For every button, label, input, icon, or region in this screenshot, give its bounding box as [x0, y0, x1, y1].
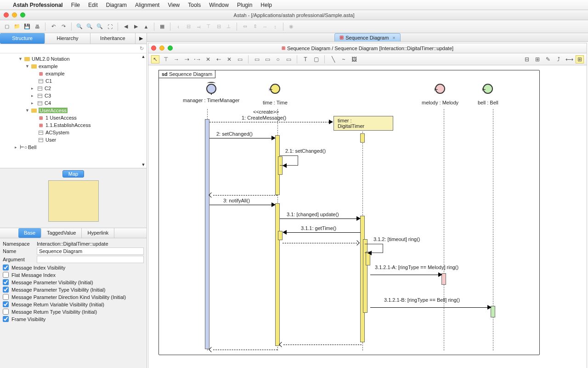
editor-min-icon[interactable] [159, 46, 164, 51]
lifeline-time[interactable]: ⊢ time : Time [263, 84, 288, 105]
chk-flat-index[interactable] [3, 272, 9, 278]
tree-node-c1[interactable]: C1 [0, 77, 147, 85]
lifeline-melody[interactable]: ⊢ melody : Melody [422, 84, 458, 105]
tree-node-useraccess[interactable]: ▼UserAccess [0, 107, 147, 114]
msg-return-31[interactable] [280, 340, 362, 346]
zoom-reset-icon[interactable]: 🔍 [85, 23, 94, 31]
menu-tools[interactable]: Tools [188, 2, 201, 8]
close-window-icon[interactable] [4, 12, 9, 17]
tree-node-acsystem[interactable]: ACSystem [0, 129, 147, 136]
chk-param-dir[interactable] [3, 294, 9, 300]
argument-field[interactable] [37, 256, 144, 263]
connector-icon[interactable]: ~ [339, 55, 348, 63]
msg-return-2[interactable] [209, 190, 278, 197]
align-tool2-icon[interactable]: ⊞ [533, 55, 542, 63]
back-icon[interactable]: ◀ [122, 23, 130, 31]
fragment-icon[interactable]: ▭ [236, 55, 244, 63]
menu-plugin[interactable]: Plugin [237, 2, 252, 8]
msg-gettime-return[interactable] [283, 238, 363, 245]
editor-close-icon[interactable] [151, 46, 156, 51]
redo-icon[interactable]: ↷ [59, 23, 68, 31]
tree-node-bell[interactable]: ▸⊢○Bell [0, 144, 147, 151]
props-tab-tagged[interactable]: TaggedValue [41, 228, 82, 238]
zoom-fit-icon[interactable]: ⛶ [106, 23, 114, 31]
timer-object[interactable]: timer : DigitalTimer [334, 116, 393, 131]
zoom-window-icon[interactable] [20, 12, 25, 17]
msg-setchanged[interactable]: 2: setChanged() [209, 133, 278, 140]
tree-node-c2[interactable]: ▸C2 [0, 85, 147, 92]
tree-node-ua2[interactable]: ⊞1.1.EstablishAccess [0, 121, 147, 129]
open-file-icon[interactable]: 📁 [13, 23, 21, 31]
chk-param-vis[interactable] [3, 279, 9, 285]
menu-edit[interactable]: Edit [88, 2, 98, 8]
chk-return-type[interactable] [3, 309, 9, 315]
msg-ring-bell[interactable]: 3.1.2.1-B: [ringType == Bell] ring() [370, 303, 492, 309]
props-tab-base[interactable]: Base [18, 228, 41, 238]
up-icon[interactable]: ▲ [142, 23, 150, 31]
chk-frame-vis[interactable] [3, 316, 9, 322]
map-preview[interactable] [48, 180, 99, 222]
create-msg-icon[interactable]: ⋅→ [193, 55, 202, 63]
msg-update[interactable]: 3.1: [changed] update() [280, 214, 362, 220]
zoom-out-icon[interactable]: 🔍 [96, 23, 104, 31]
zoom-in-icon[interactable]: 🔍 [75, 23, 84, 31]
stop-icon[interactable]: ✕ [225, 55, 233, 63]
new-file-icon[interactable]: ▢ [3, 23, 11, 31]
note2-icon[interactable]: ▭ [263, 55, 271, 63]
destroy-msg-icon[interactable]: ✕ [204, 55, 212, 63]
menu-alignment[interactable]: Alignment [135, 2, 159, 8]
name-field[interactable]: Sequence Diagram [37, 247, 144, 255]
forward-icon[interactable]: ▶ [132, 23, 140, 31]
menu-file[interactable]: File [71, 2, 80, 8]
image-icon[interactable]: 🖼 [350, 55, 358, 63]
oval-icon[interactable]: ○ [274, 55, 282, 63]
ruler-icon[interactable]: ⊞ [576, 55, 584, 63]
note-icon[interactable]: ▭ [253, 55, 261, 63]
document-tab[interactable]: ⊞ Sequence Diagram × [334, 33, 401, 41]
activation-manager[interactable] [205, 119, 209, 349]
grid-icon[interactable]: ▦ [158, 23, 166, 31]
activation-timer-create[interactable] [360, 133, 365, 143]
editor-zoom-icon[interactable] [168, 46, 173, 51]
rect-icon[interactable]: ▭ [284, 55, 293, 63]
tab-structure[interactable]: Structure [0, 33, 45, 44]
menu-help[interactable]: Help [260, 2, 272, 8]
tree-refresh-icon[interactable]: ↻ [140, 46, 144, 52]
msg-return-3[interactable] [209, 345, 278, 351]
tab-overflow-icon[interactable]: ▶ [136, 33, 147, 44]
diagram-canvas[interactable]: sd Sequence Diagram manager : TimerManag… [148, 65, 587, 368]
msg-notifyall[interactable]: 3: notifyAll() [209, 200, 278, 207]
gap-icon[interactable]: ⟷ [565, 55, 573, 63]
app-name[interactable]: Astah Professional [13, 2, 63, 8]
line-icon[interactable]: ╲ [329, 55, 337, 63]
print-icon[interactable]: 🖶 [33, 23, 41, 31]
props-tab-hyperlink[interactable]: Hyperlink [82, 228, 114, 238]
text-icon[interactable]: T [301, 55, 310, 63]
msg-ring-melody[interactable]: 3.1.2.1-A: [ringType == Melody] ring() [370, 270, 444, 276]
shape-icon[interactable]: ▢ [312, 55, 320, 63]
undo-icon[interactable]: ↶ [49, 23, 57, 31]
menu-diagram[interactable]: Diagram [106, 2, 127, 8]
chk-param-type[interactable] [3, 287, 9, 293]
menu-window[interactable]: Window [209, 2, 229, 8]
tree-node-example[interactable]: ▼example [0, 63, 147, 70]
tree-node-ua1[interactable]: ⊞1 UserAccess [0, 114, 147, 121]
activation-time-gettime[interactable] [278, 231, 283, 240]
lifeline-tool-icon[interactable]: ⊤ [162, 55, 170, 63]
tree-scroll-down-icon[interactable]: ▼ [141, 162, 146, 167]
message-tool-icon[interactable]: → [172, 55, 181, 63]
tab-inheritance[interactable]: Inheritance [90, 33, 136, 44]
tree-node-c3[interactable]: ▸C3 [0, 92, 147, 99]
chk-msg-index[interactable] [3, 264, 9, 270]
link-icon[interactable]: ⤴ [554, 55, 563, 63]
select-tool-icon[interactable]: ↖ [151, 55, 159, 63]
sd-frame[interactable]: sd Sequence Diagram [158, 70, 540, 355]
map-button[interactable]: Map [62, 170, 84, 178]
async-msg-icon[interactable]: ⇢ [183, 55, 191, 63]
menu-view[interactable]: View [168, 2, 180, 8]
lifeline-bell[interactable]: ⊢ bell : Bell [478, 84, 498, 105]
lifeline-manager[interactable]: manager : TimerManager [183, 84, 240, 103]
chk-return-var[interactable] [3, 301, 9, 307]
tree-scroll-up-icon[interactable]: ▲ [141, 54, 146, 59]
tree-node-example-seq[interactable]: ⊞example [0, 70, 147, 77]
